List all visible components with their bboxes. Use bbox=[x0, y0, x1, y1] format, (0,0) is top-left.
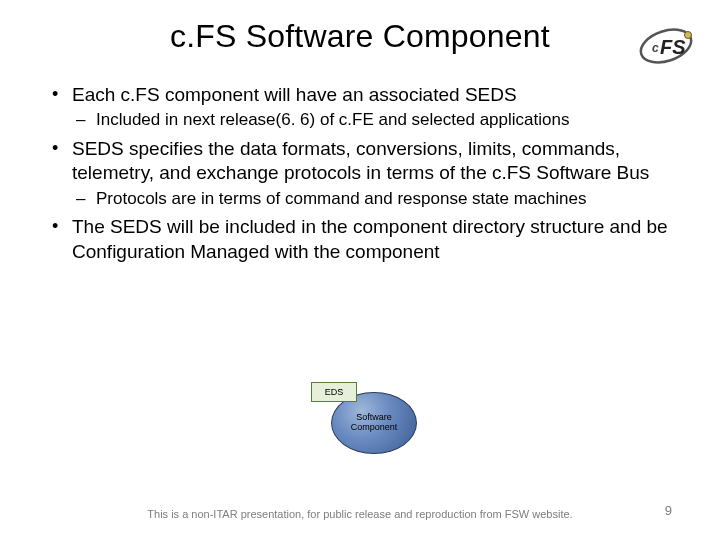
bullet-item: The SEDS will be included in the compone… bbox=[48, 215, 672, 264]
bullet-text: SEDS specifies the data formats, convers… bbox=[72, 138, 649, 183]
logo-fs: FS bbox=[660, 36, 686, 58]
slide-title: c.FS Software Component bbox=[170, 18, 550, 55]
footer: This is a non-ITAR presentation, for pub… bbox=[0, 508, 720, 520]
title-row: c.FS Software Component c FS bbox=[48, 18, 672, 55]
sub-list: Protocols are in terms of command and re… bbox=[72, 188, 672, 210]
sub-bullet-item: Protocols are in terms of command and re… bbox=[72, 188, 672, 210]
slide: c.FS Software Component c FS Each c.FS c… bbox=[0, 0, 720, 540]
bullet-text: The SEDS will be included in the compone… bbox=[72, 216, 668, 261]
bullet-item: SEDS specifies the data formats, convers… bbox=[48, 137, 672, 209]
sub-list: Included in next release(6. 6) of c.FE a… bbox=[72, 109, 672, 131]
circle-label: Software Component bbox=[336, 413, 412, 433]
eds-box: EDS bbox=[311, 382, 357, 402]
sub-bullet-text: Protocols are in terms of command and re… bbox=[96, 189, 586, 208]
bullet-text: Each c.FS component will have an associa… bbox=[72, 84, 517, 105]
bullet-list: Each c.FS component will have an associa… bbox=[48, 83, 672, 264]
logo-small-c: c bbox=[652, 41, 659, 55]
footer-text: This is a non-ITAR presentation, for pub… bbox=[147, 508, 572, 520]
sub-bullet-text: Included in next release(6. 6) of c.FE a… bbox=[96, 110, 569, 129]
sub-bullet-item: Included in next release(6. 6) of c.FE a… bbox=[72, 109, 672, 131]
content-body: Each c.FS component will have an associa… bbox=[48, 83, 672, 264]
page-number: 9 bbox=[665, 503, 672, 518]
bullet-item: Each c.FS component will have an associa… bbox=[48, 83, 672, 131]
eds-label: EDS bbox=[325, 387, 344, 397]
component-diagram: Software Component EDS bbox=[295, 378, 425, 454]
cfs-logo: c FS bbox=[630, 24, 702, 68]
